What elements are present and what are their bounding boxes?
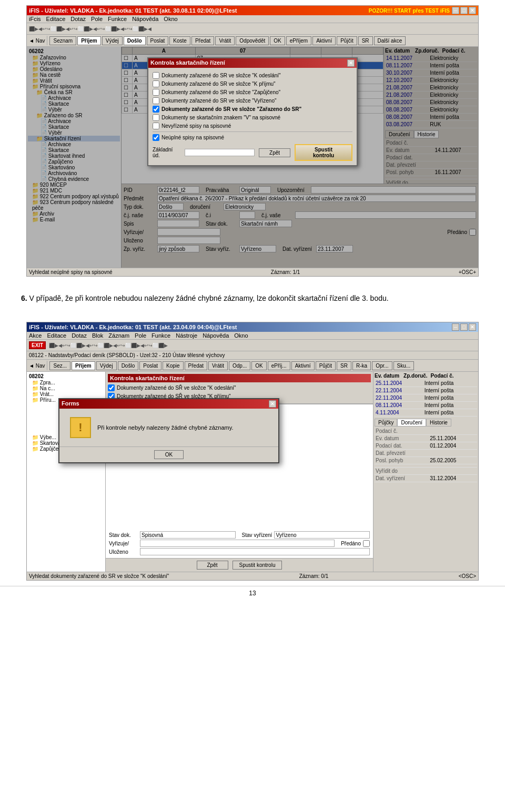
basic-input[interactable] [185, 149, 255, 156]
menu2-pole[interactable]: Pole [135, 332, 146, 339]
forms-ok-btn[interactable]: OK [154, 450, 184, 459]
modal-body-1: Dokumenty zařazené do SR ve složce "K od… [148, 68, 357, 165]
cb-vyrizeno-label: Dokumenty zařazené do SR ve složce "Vyří… [161, 98, 277, 104]
cb-zarazeno[interactable] [153, 106, 159, 113]
nav2-btn-odp[interactable]: Odp... [229, 361, 250, 370]
zpet-btn-2[interactable]: Zpět [197, 561, 228, 570]
nav2-btn-prijem[interactable]: Příjem [72, 361, 95, 370]
dfb-stavvyriz-input[interactable] [274, 531, 370, 539]
titlebar-warning: POZOR!!! START přes TEST iFIS [369, 8, 450, 14]
minimize-btn-1[interactable]: ─ [452, 7, 459, 14]
nav2-btn-aktivni[interactable]: Aktivní [291, 361, 315, 370]
sidebar2-doc-number: 08202 [28, 373, 104, 380]
cb-nevyrizene[interactable] [153, 123, 159, 129]
nav2-btn-vydej[interactable]: Výdej [96, 361, 117, 370]
cb-neuplne[interactable] [153, 134, 159, 141]
menu2-blok[interactable]: Blok [92, 332, 103, 339]
nav-btn-pujcit[interactable]: Půjčit [337, 36, 357, 45]
dfb-ulozeno-input[interactable] [140, 548, 370, 555]
nav2-btn-opr[interactable]: Opr... [372, 361, 392, 370]
nav-btn-eprijem[interactable]: ePříjem [286, 36, 311, 45]
tab2-historie[interactable]: Historie [426, 419, 451, 427]
minimize-btn-2[interactable]: ─ [452, 323, 459, 331]
nav-btn-seznam[interactable]: Seznam [49, 36, 76, 45]
nav-btn-vratit[interactable]: Vrátit [215, 36, 235, 45]
spustit-btn-2[interactable]: Spustit kontrolu [233, 561, 282, 570]
nav2-btn-pujcit[interactable]: Půjčit [316, 361, 336, 370]
main-area-1: 06202 📁 Zařazovíno 📁 Vyřízeno 📁 Odesláno… [27, 47, 478, 268]
nav-btn-vydej[interactable]: Výdej [102, 36, 123, 45]
menu2-okno[interactable]: Okno [234, 332, 248, 339]
nav2-btn-doslo[interactable]: Došlo [118, 361, 139, 370]
sidebar2-item-zpra[interactable]: 📁 Zpra... [28, 380, 104, 385]
dfb-vyrizuje-label: Vyřizuje/ [109, 541, 138, 546]
nav-btn-koste[interactable]: Koste [169, 36, 190, 45]
cb-prijmu[interactable] [153, 80, 159, 87]
menu-pole[interactable]: Pole [91, 16, 103, 22]
nav2-btn-kopie[interactable]: Kopie [163, 361, 184, 370]
nav-btn-sr[interactable]: SR [358, 36, 373, 45]
nav2-btn-ok[interactable]: OK [251, 361, 266, 370]
nav2-btn-eprij[interactable]: ePříj... [268, 361, 290, 370]
sidebar2-item-na-c[interactable]: 📁 Na c... [28, 385, 104, 391]
nav2-btn-sez[interactable]: Sez... [49, 361, 70, 370]
nav-btn-doslo[interactable]: Došlo [124, 36, 146, 45]
maximize-btn-2[interactable]: □ [460, 323, 468, 331]
nav2-btn-sku[interactable]: Sku... [393, 361, 415, 370]
maximize-btn-1[interactable]: □ [460, 7, 468, 14]
menu-ifcis[interactable]: iFcis [29, 16, 41, 22]
cb2-odeslani[interactable] [108, 384, 115, 391]
nav2-btn-vratit[interactable]: Vrátit [208, 361, 228, 370]
titlebar-text-1: iFIS - Uživatel: VLADKA - Ek.jednotka: 0… [29, 7, 237, 14]
menu2-editace[interactable]: Editace [47, 332, 66, 339]
nav-btn-dalsi[interactable]: Další akce [374, 36, 406, 45]
nav2-btn-sr[interactable]: SR [337, 361, 351, 370]
modal-close-1[interactable]: ✕ [347, 59, 355, 67]
cb-skartacni[interactable] [153, 114, 159, 121]
nav-btn-poslat[interactable]: Poslat [147, 36, 169, 45]
spustit-btn-1[interactable]: Spustit kontrolu [295, 144, 352, 161]
nav2-btn-poslat[interactable]: Poslat [139, 361, 161, 370]
nav-btn-ok[interactable]: OK [270, 36, 285, 45]
close-btn-2[interactable]: ✕ [469, 323, 476, 331]
menu-funkce[interactable]: Funkce [108, 16, 127, 22]
menu-editace[interactable]: Editace [46, 16, 66, 22]
modal-cb-row-2: Dokumenty zařazené do SR ve složce "K př… [153, 80, 352, 87]
sidebar2-item-vrat[interactable]: 📁 Vrát... [28, 391, 104, 397]
dfb-stavdok-input[interactable] [140, 531, 236, 539]
nav-btn-aktivni[interactable]: Aktivní [312, 36, 336, 45]
menu2-napoveda[interactable]: Nápověda [203, 332, 229, 339]
cb-zapujceno[interactable] [153, 89, 159, 96]
menu-napoveda[interactable]: Nápověda [132, 16, 158, 22]
forms-close-btn[interactable]: ✕ [269, 400, 276, 408]
nav-btn-prijem[interactable]: Příjem [77, 36, 101, 45]
menubar-1: iFcis Editace Dotaz Pole Funkce Nápověda… [27, 15, 478, 23]
modal-basic: Základní úd. Zpět Spustit kontrolu [153, 144, 352, 161]
tab2-pujcky[interactable]: Půjčky [375, 419, 397, 427]
cb-vyrizeno[interactable] [153, 97, 159, 104]
cb-odeslani[interactable] [153, 72, 159, 79]
menu2-zaznam[interactable]: Záznam [108, 332, 129, 339]
tab2-doruceni[interactable]: Doručení [397, 419, 426, 427]
nav-btn-odpovedet[interactable]: Odpovědět [236, 36, 269, 45]
menu2-dotaz[interactable]: Dotaz [72, 332, 87, 339]
menu-dotaz[interactable]: Dotaz [70, 16, 86, 22]
text-section: 6. V případě, že při kontrole nebudou na… [0, 282, 505, 319]
menu2-funkce[interactable]: Funkce [152, 332, 170, 339]
menu2-nastroje[interactable]: Nástroje [176, 332, 197, 339]
menu2-akce[interactable]: Akce [29, 332, 42, 339]
nav2-btn-predat[interactable]: Předat [185, 361, 207, 370]
dfb-vyrizuje-input[interactable] [140, 540, 335, 547]
close-btn-1[interactable]: ✕ [469, 7, 476, 14]
nav-btn-predat[interactable]: Předat [191, 36, 214, 45]
nav2-btn-rka[interactable]: R-ka [352, 361, 371, 370]
nav-indicator-2: ◄ Nav [29, 363, 45, 369]
forms-title: Forms ✕ [59, 399, 278, 409]
dfb-predano-check[interactable] [363, 540, 370, 547]
menu-okno[interactable]: Okno [164, 16, 177, 22]
screenshot-2: iFIS - Uživatel: VLADKA - Ek.jednotka: 0… [26, 322, 479, 581]
modal-divider [153, 131, 352, 132]
sep-2 [47, 361, 47, 370]
exit-btn[interactable]: EXIT [29, 341, 46, 349]
zpet-btn-1[interactable]: Zpět [259, 148, 290, 157]
